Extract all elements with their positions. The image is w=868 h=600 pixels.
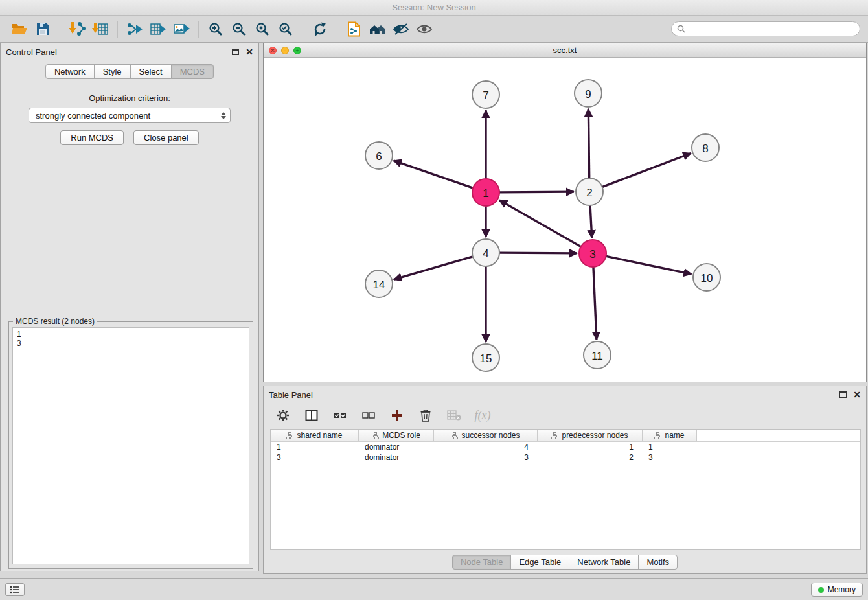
split-column-button[interactable] bbox=[304, 408, 319, 423]
show-panels-button[interactable] bbox=[5, 583, 25, 596]
network-canvas[interactable]: 7968124314101511 bbox=[264, 58, 866, 382]
graph-edge-3-11[interactable] bbox=[593, 267, 597, 340]
minimize-window-icon[interactable]: − bbox=[281, 47, 289, 54]
graph-node-1[interactable]: 1 bbox=[472, 179, 499, 206]
table-cell[interactable]: 2 bbox=[538, 452, 643, 463]
tab-network[interactable]: Network bbox=[45, 64, 95, 79]
zoom-out-button[interactable] bbox=[227, 18, 251, 40]
zoom-out-icon bbox=[232, 22, 246, 36]
network-graph[interactable]: 7968124314101511 bbox=[264, 58, 866, 382]
zoom-fit-button[interactable] bbox=[251, 18, 274, 40]
table-cell[interactable]: 3 bbox=[271, 452, 359, 463]
table-cell[interactable]: 1 bbox=[271, 442, 359, 452]
graph-edge-3-10[interactable] bbox=[606, 256, 692, 274]
export-table-button[interactable] bbox=[146, 18, 170, 40]
tab-style[interactable]: Style bbox=[94, 64, 131, 79]
export-network-button[interactable] bbox=[123, 18, 146, 40]
svg-text:6: 6 bbox=[376, 150, 382, 163]
table-row[interactable]: 3dominator323 bbox=[271, 452, 860, 463]
import-table-button[interactable] bbox=[89, 18, 112, 40]
graph-node-11[interactable]: 11 bbox=[584, 341, 611, 369]
control-panel-header: Control Panel ✕ bbox=[1, 43, 258, 60]
delete-table-icon bbox=[447, 410, 461, 421]
delete-column-button[interactable] bbox=[418, 408, 433, 423]
svg-text:14: 14 bbox=[373, 279, 385, 291]
table-row[interactable]: 1dominator411 bbox=[271, 442, 860, 452]
graph-edge-1-2[interactable] bbox=[499, 192, 574, 192]
graph-node-10[interactable]: 10 bbox=[693, 264, 720, 291]
column-header-predecessor-nodes[interactable]: predecessor nodes bbox=[538, 430, 643, 441]
graph-node-9[interactable]: 9 bbox=[575, 80, 602, 107]
graph-node-3[interactable]: 3 bbox=[579, 240, 606, 267]
graph-node-6[interactable]: 6 bbox=[365, 142, 393, 169]
graph-edge-2-8[interactable] bbox=[602, 154, 691, 187]
graph-node-14[interactable]: 14 bbox=[365, 270, 393, 297]
zoom-selected-button[interactable] bbox=[274, 18, 297, 40]
delete-table-button[interactable] bbox=[446, 408, 462, 423]
table-cell[interactable]: dominator bbox=[359, 452, 434, 463]
graph-edge-4-14[interactable] bbox=[394, 257, 473, 279]
graph-node-7[interactable]: 7 bbox=[472, 81, 499, 108]
graph-node-15[interactable]: 15 bbox=[472, 344, 499, 371]
unselect-all-columns-button[interactable] bbox=[361, 408, 376, 423]
tab-network-table[interactable]: Network Table bbox=[569, 555, 639, 570]
graph-node-2[interactable]: 2 bbox=[576, 178, 603, 205]
export-image-button[interactable] bbox=[170, 18, 193, 40]
tab-select[interactable]: Select bbox=[130, 64, 172, 79]
close-panel-button[interactable]: Close panel bbox=[133, 130, 199, 145]
mcds-result-list[interactable]: 1 3 bbox=[12, 327, 249, 564]
criterion-dropdown[interactable]: strongly connected component bbox=[29, 108, 231, 123]
run-mcds-button[interactable]: Run MCDS bbox=[60, 130, 124, 145]
column-header-successor-nodes[interactable]: successor nodes bbox=[434, 430, 538, 441]
tab-mcds[interactable]: MCDS bbox=[171, 64, 214, 79]
graphics-detail-button[interactable] bbox=[389, 18, 413, 40]
graph-node-8[interactable]: 8 bbox=[692, 134, 719, 161]
table-settings-button[interactable] bbox=[275, 408, 291, 423]
table-cell[interactable]: 4 bbox=[434, 442, 538, 452]
network-document-button[interactable] bbox=[343, 18, 366, 40]
add-column-button[interactable] bbox=[389, 408, 405, 423]
column-header-MCDS-role[interactable]: MCDS role bbox=[359, 430, 434, 441]
import-network-button[interactable] bbox=[65, 18, 89, 40]
fx-icon: f(x) bbox=[475, 409, 491, 422]
graph-node-4[interactable]: 4 bbox=[472, 239, 499, 266]
select-all-columns-button[interactable] bbox=[332, 408, 348, 423]
graph-edge-4-3[interactable] bbox=[499, 253, 577, 253]
table-cell[interactable]: 3 bbox=[434, 452, 538, 463]
svg-text:7: 7 bbox=[483, 89, 488, 102]
table-cell[interactable]: dominator bbox=[359, 442, 434, 452]
graph-edge-2-9[interactable] bbox=[588, 109, 589, 178]
graph-edge-3-1[interactable] bbox=[499, 200, 581, 247]
home-view-button[interactable] bbox=[366, 18, 389, 40]
mcds-result-group: MCDS result (2 nodes) 1 3 bbox=[8, 321, 253, 569]
close-panel-icon[interactable]: ✕ bbox=[246, 47, 253, 56]
show-hide-detail-button[interactable] bbox=[413, 18, 436, 40]
apply-function-button[interactable]: f(x) bbox=[475, 408, 490, 423]
main-toolbar bbox=[0, 16, 868, 43]
tab-edge-table[interactable]: Edge Table bbox=[510, 555, 569, 570]
column-header-name[interactable]: name bbox=[643, 430, 697, 441]
float-panel-icon[interactable] bbox=[232, 49, 239, 55]
float-table-panel-icon[interactable] bbox=[839, 391, 847, 398]
close-window-icon[interactable]: ✕ bbox=[269, 47, 277, 54]
graph-edge-1-6[interactable] bbox=[394, 161, 473, 188]
close-table-panel-icon[interactable]: ✕ bbox=[853, 390, 861, 399]
table-cell[interactable]: 1 bbox=[538, 442, 643, 452]
memory-button[interactable]: Memory bbox=[811, 583, 863, 597]
tab-motifs[interactable]: Motifs bbox=[638, 555, 678, 570]
export-table-icon bbox=[150, 21, 166, 37]
column-header-icon bbox=[551, 432, 558, 439]
zoom-in-button[interactable] bbox=[204, 18, 227, 40]
search-input[interactable] bbox=[689, 24, 854, 34]
search-box[interactable] bbox=[671, 21, 860, 36]
open-session-button[interactable] bbox=[8, 18, 31, 40]
save-session-button[interactable] bbox=[31, 18, 54, 40]
apply-layout-button[interactable] bbox=[308, 18, 332, 40]
graph-edge-2-3[interactable] bbox=[590, 205, 592, 238]
table-cell[interactable]: 3 bbox=[643, 452, 697, 463]
network-window-titlebar[interactable]: ✕ − + scc.txt bbox=[264, 43, 866, 58]
column-header-shared-name[interactable]: shared name bbox=[271, 430, 359, 441]
table-cell[interactable]: 1 bbox=[643, 442, 697, 452]
maximize-window-icon[interactable]: + bbox=[293, 47, 301, 54]
tab-node-table[interactable]: Node Table bbox=[452, 555, 512, 570]
